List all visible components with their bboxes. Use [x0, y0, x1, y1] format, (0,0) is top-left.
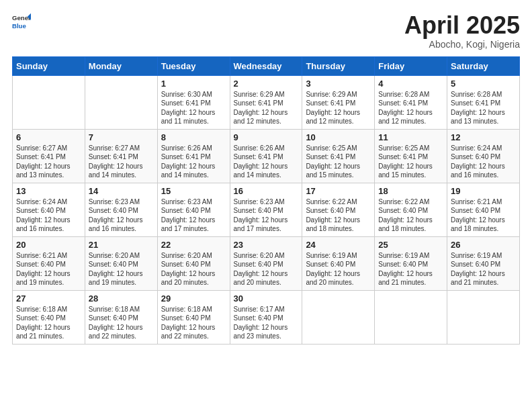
- day-number: 10: [306, 132, 371, 142]
- table-row: 23Sunrise: 6:20 AM Sunset: 6:40 PM Dayli…: [230, 236, 302, 290]
- table-row: 12Sunrise: 6:24 AM Sunset: 6:40 PM Dayli…: [447, 129, 520, 183]
- title-block: April 2025 Abocho, Kogi, Nigeria: [404, 12, 520, 50]
- day-number: 16: [234, 186, 299, 196]
- day-number: 28: [89, 293, 154, 304]
- day-number: 8: [161, 132, 226, 142]
- day-info: Sunrise: 6:22 AM Sunset: 6:40 PM Dayligh…: [378, 197, 443, 234]
- day-number: 14: [89, 186, 154, 196]
- page: General Blue April 2025 Abocho, Kogi, Ni…: [0, 0, 532, 411]
- day-info: Sunrise: 6:21 AM Sunset: 6:40 PM Dayligh…: [451, 197, 516, 234]
- calendar-week-row: 27Sunrise: 6:18 AM Sunset: 6:40 PM Dayli…: [13, 290, 520, 344]
- day-info: Sunrise: 6:30 AM Sunset: 6:41 PM Dayligh…: [161, 90, 226, 126]
- table-row: 9Sunrise: 6:26 AM Sunset: 6:41 PM Daylig…: [230, 129, 302, 183]
- day-info: Sunrise: 6:23 AM Sunset: 6:40 PM Dayligh…: [89, 197, 154, 234]
- header-thursday: Thursday: [302, 56, 375, 75]
- table-row: [302, 290, 375, 344]
- calendar-table: Sunday Monday Tuesday Wednesday Thursday…: [12, 56, 520, 345]
- day-info: Sunrise: 6:28 AM Sunset: 6:41 PM Dayligh…: [451, 90, 516, 126]
- day-number: 5: [451, 79, 516, 89]
- day-number: 11: [378, 132, 443, 142]
- day-info: Sunrise: 6:19 AM Sunset: 6:40 PM Dayligh…: [378, 251, 443, 287]
- calendar-week-row: 1Sunrise: 6:30 AM Sunset: 6:41 PM Daylig…: [13, 75, 520, 129]
- day-info: Sunrise: 6:23 AM Sunset: 6:40 PM Dayligh…: [234, 197, 299, 234]
- table-row: 5Sunrise: 6:28 AM Sunset: 6:41 PM Daylig…: [447, 75, 520, 129]
- day-info: Sunrise: 6:23 AM Sunset: 6:40 PM Dayligh…: [161, 197, 226, 234]
- day-number: 19: [451, 186, 516, 196]
- table-row: 7Sunrise: 6:27 AM Sunset: 6:41 PM Daylig…: [85, 129, 157, 183]
- day-info: Sunrise: 6:25 AM Sunset: 6:41 PM Dayligh…: [306, 144, 371, 180]
- table-row: 10Sunrise: 6:25 AM Sunset: 6:41 PM Dayli…: [302, 129, 375, 183]
- table-row: 6Sunrise: 6:27 AM Sunset: 6:41 PM Daylig…: [13, 129, 85, 183]
- day-info: Sunrise: 6:19 AM Sunset: 6:40 PM Dayligh…: [451, 251, 516, 287]
- day-number: 3: [306, 79, 371, 89]
- logo: General Blue: [12, 12, 31, 31]
- day-info: Sunrise: 6:21 AM Sunset: 6:40 PM Dayligh…: [16, 251, 81, 287]
- table-row: [13, 75, 85, 129]
- header-sunday: Sunday: [13, 56, 85, 75]
- table-row: [375, 290, 447, 344]
- table-row: 4Sunrise: 6:28 AM Sunset: 6:41 PM Daylig…: [375, 75, 447, 129]
- day-number: 26: [451, 240, 516, 250]
- day-number: 17: [306, 186, 371, 196]
- day-info: Sunrise: 6:27 AM Sunset: 6:41 PM Dayligh…: [89, 144, 154, 180]
- table-row: 3Sunrise: 6:29 AM Sunset: 6:41 PM Daylig…: [302, 75, 375, 129]
- table-row: 28Sunrise: 6:18 AM Sunset: 6:40 PM Dayli…: [85, 290, 157, 344]
- header-tuesday: Tuesday: [157, 56, 230, 75]
- day-info: Sunrise: 6:17 AM Sunset: 6:40 PM Dayligh…: [234, 305, 299, 341]
- table-row: 17Sunrise: 6:22 AM Sunset: 6:40 PM Dayli…: [302, 183, 375, 236]
- table-row: 24Sunrise: 6:19 AM Sunset: 6:40 PM Dayli…: [302, 236, 375, 290]
- day-number: 7: [89, 132, 154, 142]
- title-month: April 2025: [404, 12, 520, 39]
- day-info: Sunrise: 6:29 AM Sunset: 6:41 PM Dayligh…: [306, 90, 371, 126]
- table-row: 21Sunrise: 6:20 AM Sunset: 6:40 PM Dayli…: [85, 236, 157, 290]
- day-number: 29: [161, 293, 226, 304]
- day-info: Sunrise: 6:18 AM Sunset: 6:40 PM Dayligh…: [89, 305, 154, 341]
- table-row: 19Sunrise: 6:21 AM Sunset: 6:40 PM Dayli…: [447, 183, 520, 236]
- day-info: Sunrise: 6:18 AM Sunset: 6:40 PM Dayligh…: [161, 305, 226, 341]
- table-row: 18Sunrise: 6:22 AM Sunset: 6:40 PM Dayli…: [375, 183, 447, 236]
- table-row: 25Sunrise: 6:19 AM Sunset: 6:40 PM Dayli…: [375, 236, 447, 290]
- day-number: 9: [234, 132, 299, 142]
- table-row: 27Sunrise: 6:18 AM Sunset: 6:40 PM Dayli…: [13, 290, 85, 344]
- header-saturday: Saturday: [447, 56, 520, 75]
- day-number: 21: [89, 240, 154, 250]
- table-row: 16Sunrise: 6:23 AM Sunset: 6:40 PM Dayli…: [230, 183, 302, 236]
- day-info: Sunrise: 6:29 AM Sunset: 6:41 PM Dayligh…: [234, 90, 299, 126]
- table-row: 26Sunrise: 6:19 AM Sunset: 6:40 PM Dayli…: [447, 236, 520, 290]
- header: General Blue April 2025 Abocho, Kogi, Ni…: [12, 12, 520, 50]
- table-row: [447, 290, 520, 344]
- day-info: Sunrise: 6:24 AM Sunset: 6:40 PM Dayligh…: [16, 197, 81, 234]
- day-number: 24: [306, 240, 371, 250]
- day-number: 2: [234, 79, 299, 89]
- day-info: Sunrise: 6:18 AM Sunset: 6:40 PM Dayligh…: [16, 305, 81, 341]
- day-info: Sunrise: 6:28 AM Sunset: 6:41 PM Dayligh…: [378, 90, 443, 126]
- day-number: 20: [16, 240, 81, 250]
- day-info: Sunrise: 6:20 AM Sunset: 6:40 PM Dayligh…: [161, 251, 226, 287]
- calendar-header-row: Sunday Monday Tuesday Wednesday Thursday…: [13, 56, 520, 75]
- day-info: Sunrise: 6:24 AM Sunset: 6:40 PM Dayligh…: [451, 144, 516, 180]
- table-row: 11Sunrise: 6:25 AM Sunset: 6:41 PM Dayli…: [375, 129, 447, 183]
- day-number: 6: [16, 132, 81, 142]
- day-number: 27: [16, 293, 81, 304]
- day-info: Sunrise: 6:26 AM Sunset: 6:41 PM Dayligh…: [234, 144, 299, 180]
- svg-text:General: General: [12, 14, 31, 21]
- day-info: Sunrise: 6:27 AM Sunset: 6:41 PM Dayligh…: [16, 144, 81, 180]
- header-monday: Monday: [85, 56, 157, 75]
- table-row: [85, 75, 157, 129]
- day-number: 13: [16, 186, 81, 196]
- table-row: 14Sunrise: 6:23 AM Sunset: 6:40 PM Dayli…: [85, 183, 157, 236]
- day-info: Sunrise: 6:19 AM Sunset: 6:40 PM Dayligh…: [306, 251, 371, 287]
- svg-text:Blue: Blue: [12, 22, 26, 30]
- calendar-week-row: 6Sunrise: 6:27 AM Sunset: 6:41 PM Daylig…: [13, 129, 520, 183]
- table-row: 20Sunrise: 6:21 AM Sunset: 6:40 PM Dayli…: [13, 236, 85, 290]
- day-number: 30: [234, 293, 299, 304]
- day-info: Sunrise: 6:20 AM Sunset: 6:40 PM Dayligh…: [89, 251, 154, 287]
- table-row: 13Sunrise: 6:24 AM Sunset: 6:40 PM Dayli…: [13, 183, 85, 236]
- day-number: 1: [161, 79, 226, 89]
- header-wednesday: Wednesday: [230, 56, 302, 75]
- day-number: 15: [161, 186, 226, 196]
- title-location: Abocho, Kogi, Nigeria: [404, 39, 520, 50]
- day-number: 23: [234, 240, 299, 250]
- table-row: 8Sunrise: 6:26 AM Sunset: 6:41 PM Daylig…: [157, 129, 230, 183]
- table-row: 29Sunrise: 6:18 AM Sunset: 6:40 PM Dayli…: [157, 290, 230, 344]
